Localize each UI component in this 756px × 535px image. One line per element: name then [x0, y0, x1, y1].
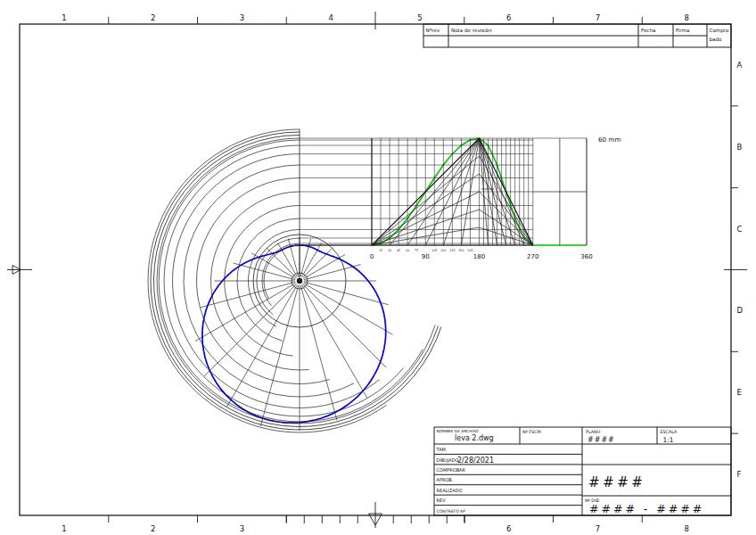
axis-label-360: 360: [580, 253, 592, 260]
zone-number-bottom: 8: [684, 524, 688, 533]
radial-line: [303, 284, 392, 335]
minor-tick-label: 135: [449, 249, 455, 252]
axis-label-0: 0: [370, 253, 374, 260]
drawing-frame: FEDCBA88776654332211: [7, 12, 747, 533]
minor-tick-label: 45: [397, 249, 400, 252]
zone-letter: E: [737, 388, 742, 397]
titleblock-dibujado-value: 2/28/2021: [457, 457, 494, 465]
radial-line: [303, 254, 345, 278]
revtable-header-nota: Nota de revisión: [451, 28, 492, 33]
zone-number-top: 8: [684, 13, 688, 22]
minor-tick-label: 30: [388, 249, 391, 252]
minor-tick-label: 15: [379, 249, 382, 252]
titleblock-row-realizado: REALIZADO: [437, 488, 463, 493]
cad-drawing-sheet: FEDCBA88776654332211 1651501351201057560…: [0, 0, 756, 535]
zone-letter: D: [737, 306, 744, 315]
zone-letter: C: [737, 225, 743, 234]
revtable-header-fecha: Fecha: [641, 28, 655, 33]
radial-line: [304, 265, 361, 280]
revtable-header-firma: Firma: [676, 28, 689, 33]
radial-line: [204, 284, 297, 377]
zone-number-top: 3: [240, 13, 244, 22]
minor-tick-label: 165: [467, 249, 472, 252]
zone-letter: B: [737, 143, 743, 152]
zone-number-top: 6: [506, 13, 511, 22]
displacement-diagram: 1651501351201057560453015 0 90 180 270 3…: [300, 136, 620, 260]
construction-arc: [157, 138, 435, 424]
zone-letter: F: [737, 470, 742, 479]
minor-tick-label: 75: [415, 249, 418, 252]
title-block: NOMBRE DE ARCHIVO leva 2.dwg Nº FSCM PLA…: [434, 427, 731, 515]
titleblock-row-contrato: CONTRATO Nº: [437, 509, 465, 514]
titleblock-nombre-label: NOMBRE DE ARCHIVO: [437, 429, 480, 433]
revision-table: Nºrev Nota de revisión Fecha Firma Compr…: [423, 24, 731, 47]
titleblock-row-aprob: APROB.: [437, 477, 454, 482]
zone-number-top: 5: [417, 13, 422, 22]
titleblock-filename: leva 2.dwg: [455, 434, 494, 442]
cam-construction: [148, 129, 441, 432]
titleblock-plano-label: PLANO: [586, 430, 601, 434]
zone-letter: A: [737, 61, 743, 70]
zone-number-bottom: 6: [506, 524, 511, 533]
titleblock-escala-value: 1:1: [663, 436, 674, 444]
cad-canvas: FEDCBA88776654332211 1651501351201057560…: [0, 0, 756, 535]
titleblock-row-rev: REV: [437, 498, 447, 503]
titleblock-plano-value: ####: [588, 436, 615, 444]
radial-line: [226, 284, 297, 407]
zone-number-top: 7: [596, 13, 600, 22]
zone-number-bottom: 7: [596, 524, 600, 533]
titleblock-row-dibujado: DIBUJADO: [437, 457, 459, 463]
axis-label-270: 270: [527, 253, 538, 260]
zone-number-bottom: 3: [240, 524, 244, 533]
titleblock-row-tam: TAM.: [436, 447, 448, 452]
construction-arc: [262, 243, 300, 306]
revtable-header-comprobado-1: Compro: [710, 28, 730, 34]
zone-number-top: 4: [328, 13, 333, 22]
minor-tick-label: 150: [458, 249, 464, 252]
outer-envelope-arc: [151, 132, 441, 430]
titleblock-row-comprobar: COMPROBAR: [437, 467, 466, 473]
axis-label-90: 90: [422, 253, 430, 260]
radial-line: [303, 284, 387, 368]
titleblock-fscm-label: Nº FSCM: [522, 430, 541, 434]
revtable-header-comprobado-2: bado: [710, 37, 723, 42]
zone-number-bottom: 2: [151, 524, 155, 533]
titleblock-center-value: ####: [588, 474, 645, 490]
titleblock-ndib-value: #### - ####: [589, 502, 704, 515]
radial-line: [251, 253, 295, 279]
axis-label-180: 180: [473, 253, 485, 260]
minor-tick-label: 60: [406, 249, 409, 252]
zone-number-top: 2: [151, 13, 155, 22]
frame-border: [20, 24, 731, 515]
radial-line: [200, 282, 295, 308]
radial-line: [300, 285, 337, 421]
construction-arc: [237, 218, 300, 341]
minor-tick-label: 105: [431, 249, 437, 252]
titleblock-escala-label: ESCALA: [661, 430, 678, 434]
lift-label: 60 mm: [598, 136, 620, 144]
zone-number-bottom: 1: [62, 524, 66, 533]
zone-number-top: 1: [62, 13, 66, 22]
radial-line: [302, 284, 367, 398]
minor-tick-label: 120: [440, 249, 446, 252]
revtable-header-nrev: Nºrev: [426, 28, 440, 33]
